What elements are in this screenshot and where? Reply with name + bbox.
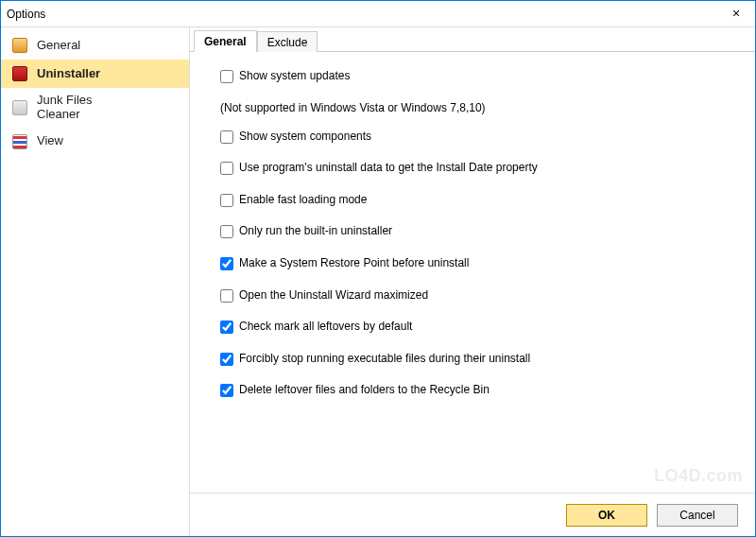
clipboard-icon [12,38,27,53]
option-subtext: (Not supported in Windows Vista or Windo… [220,101,746,114]
option-forcibly-stop: Forcibly stop running executable files d… [220,352,746,367]
option-fast-loading: Enable fast loading mode [220,193,746,208]
close-button[interactable]: × [721,3,751,24]
tab-exclude[interactable]: Exclude [257,31,318,52]
option-label: Use program's uninstall data to get the … [239,161,538,176]
ok-button[interactable]: OK [566,504,647,527]
window-title: Options [7,8,45,21]
content-area: General Uninstaller Junk Files Cleaner V… [1,27,755,536]
checkbox-delete-to-recycle[interactable] [220,384,233,397]
uninstaller-icon [12,66,27,81]
checkbox-show-system-components[interactable] [220,130,233,144]
sidebar-item-label: Uninstaller [37,67,100,81]
checkbox-system-restore[interactable] [220,257,233,270]
options-panel: Show system updates (Not supported in Wi… [190,52,755,493]
view-icon [12,134,27,149]
option-label: Enable fast loading mode [239,193,367,208]
option-label: Show system components [239,130,371,145]
sidebar-item-junk-files-cleaner[interactable]: Junk Files Cleaner [1,88,189,128]
titlebar: Options × [1,1,755,27]
option-open-maximized: Open the Uninstall Wizard maximized [220,288,746,303]
cancel-button[interactable]: Cancel [657,504,738,527]
sidebar-item-label: General [37,39,80,53]
option-label: Only run the built-in uninstaller [239,224,392,239]
options-window: Options × General Uninstaller Junk Files… [0,0,756,537]
option-use-uninstall-data: Use program's uninstall data to get the … [220,161,746,176]
sidebar-item-label: View [37,134,63,148]
sidebar-item-uninstaller[interactable]: Uninstaller [1,60,189,88]
main-panel: General Exclude Show system updates (Not… [190,27,755,536]
close-icon: × [732,7,740,20]
tab-general[interactable]: General [194,30,257,52]
checkbox-open-maximized[interactable] [220,289,233,303]
sidebar: General Uninstaller Junk Files Cleaner V… [1,27,190,536]
checkbox-show-system-updates[interactable] [220,70,233,83]
footer: OK Cancel [190,493,755,536]
option-builtin-uninstaller: Only run the built-in uninstaller [220,224,746,239]
sidebar-item-label: Junk Files Cleaner [37,94,93,122]
sidebar-item-general[interactable]: General [1,31,189,60]
sidebar-item-view[interactable]: View [1,128,189,156]
checkbox-use-uninstall-data[interactable] [220,162,233,175]
option-show-system-updates: Show system updates [220,69,746,84]
option-label: Open the Uninstall Wizard maximized [239,288,428,303]
option-label: Delete leftover files and folders to the… [239,383,490,398]
tab-bar: General Exclude [190,27,755,52]
option-show-system-components: Show system components [220,130,746,145]
option-label: Forcibly stop running executable files d… [239,352,530,367]
option-label: Make a System Restore Point before unins… [239,256,469,271]
option-system-restore: Make a System Restore Point before unins… [220,256,746,271]
option-label: Show system updates [239,69,350,84]
option-delete-to-recycle: Delete leftover files and folders to the… [220,383,746,398]
checkbox-checkmark-leftovers[interactable] [220,320,233,334]
checkbox-builtin-uninstaller[interactable] [220,225,233,238]
cleaner-icon [12,100,27,115]
option-checkmark-leftovers: Check mark all leftovers by default [220,320,746,335]
checkbox-fast-loading[interactable] [220,194,233,207]
checkbox-forcibly-stop[interactable] [220,353,233,366]
option-label: Check mark all leftovers by default [239,320,412,335]
